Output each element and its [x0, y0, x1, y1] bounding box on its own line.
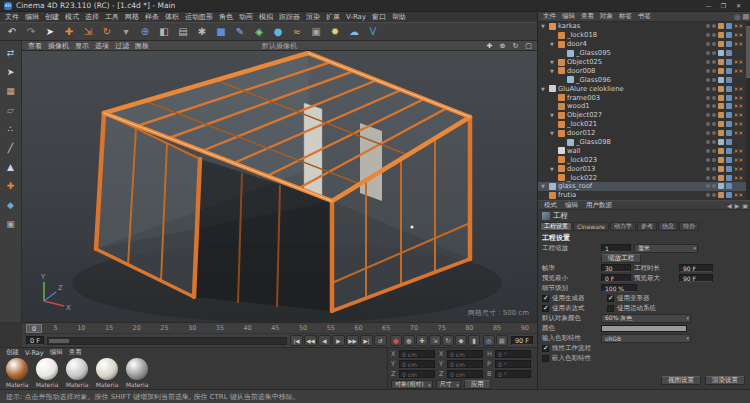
scale-unit-dropdown[interactable]: 厘米 — [634, 244, 698, 253]
editor-visibility-dot[interactable] — [706, 60, 710, 64]
render-visibility-dot[interactable] — [712, 33, 716, 37]
object-name[interactable]: _lock021 — [567, 120, 704, 128]
render-settings-button[interactable]: ✱ — [193, 24, 211, 40]
fps-input[interactable]: 30 — [601, 264, 631, 272]
prev-key-button[interactable]: ◀◀ — [304, 335, 317, 346]
toggle-view-icon[interactable]: ▢ — [523, 41, 534, 50]
material-item[interactable]: Materia — [64, 358, 90, 388]
texture-tag-icon[interactable] — [718, 121, 724, 127]
object-name[interactable]: _lock023 — [567, 156, 704, 164]
enable-axis-button[interactable]: ✚ — [2, 178, 19, 193]
object-name[interactable]: door4 — [567, 40, 704, 48]
render-visibility-dot[interactable] — [712, 42, 716, 46]
attribute-subtab[interactable]: 参考 — [637, 222, 657, 231]
play-button[interactable]: ▶ — [332, 335, 345, 346]
coord-lock-icon[interactable]: ✕✕ — [734, 95, 743, 101]
material-preview-sphere[interactable] — [6, 358, 28, 380]
object-row[interactable]: ▼ Object027 ✕✕ — [538, 111, 750, 120]
record-keyframe-button[interactable]: ● — [390, 335, 402, 346]
editor-visibility-dot[interactable] — [706, 33, 710, 37]
redo-button[interactable]: ↷ — [22, 24, 40, 40]
maximize-button[interactable]: ❐ — [716, 1, 731, 11]
rotate-tool[interactable]: ↻ — [98, 24, 116, 40]
coord-lock-icon[interactable]: ✕✕ — [734, 41, 743, 47]
am-tab[interactable]: 模式 — [540, 201, 561, 210]
move-tool[interactable]: ✚ — [60, 24, 78, 40]
object-name[interactable]: _Glass098 — [576, 138, 704, 146]
viewport-menu-item[interactable]: 过滤 — [112, 41, 132, 51]
simulate-menu-button[interactable]: ≈ — [288, 24, 306, 40]
editor-visibility-dot[interactable] — [706, 176, 710, 180]
menu-item[interactable]: 创建 — [42, 12, 62, 22]
menu-item[interactable]: 角色 — [216, 12, 236, 22]
editor-visibility-dot[interactable] — [706, 96, 710, 100]
phong-tag-icon[interactable] — [726, 41, 732, 47]
material-item[interactable]: Materia — [34, 358, 60, 388]
coord-lock-icon[interactable]: ✕✕ — [734, 103, 743, 109]
object-name[interactable]: Object027 — [567, 111, 704, 119]
attribute-subtab[interactable]: 待办 — [679, 222, 699, 231]
object-row[interactable]: ▼ door008 ✕✕ — [538, 66, 750, 75]
texture-tag-icon[interactable] — [718, 130, 724, 136]
autokey-toggle-button[interactable]: ● — [403, 335, 415, 346]
vray-button[interactable]: V — [364, 24, 382, 40]
menu-item[interactable]: 窗口 — [369, 12, 389, 22]
object-row[interactable]: ▼ _Glass095 ✕✕ — [538, 49, 750, 58]
phong-tag-icon[interactable] — [726, 175, 732, 181]
phong-tag-icon[interactable] — [726, 166, 732, 172]
next-key-button[interactable]: ▶| — [360, 335, 373, 346]
menu-item[interactable]: 样条 — [142, 12, 162, 22]
texture-tag-icon[interactable] — [718, 77, 724, 83]
expand-caret-icon[interactable]: ▼ — [550, 130, 556, 136]
material-preview-sphere[interactable] — [36, 358, 58, 380]
editor-visibility-dot[interactable] — [706, 193, 710, 197]
pos-z-field[interactable]: 0 cm — [399, 370, 435, 378]
add-light-button[interactable]: ✹ — [326, 24, 344, 40]
om-menu-item[interactable]: 文件 — [540, 12, 559, 21]
viewport-menu-item[interactable]: 面板 — [132, 41, 152, 51]
object-row[interactable]: ▼ door013 ✕✕ — [538, 164, 750, 173]
record-parameter-toggle[interactable]: ◆ — [455, 335, 467, 346]
coord-lock-icon[interactable]: ✕✕ — [734, 68, 743, 74]
om-search-icon[interactable]: ◎ — [734, 13, 740, 21]
expand-caret-icon[interactable]: ▼ — [541, 183, 547, 189]
phong-tag-icon[interactable] — [726, 95, 732, 101]
lock-workplane-button[interactable]: ▣ — [2, 216, 19, 231]
texture-tag-icon[interactable] — [718, 139, 724, 145]
embed-profile-checkbox[interactable] — [542, 355, 549, 362]
menu-item[interactable]: 扩展 — [323, 12, 343, 22]
object-name[interactable]: glass_roof — [558, 182, 704, 190]
render-picture-viewer-button[interactable]: ▤ — [174, 24, 192, 40]
scale-input[interactable]: 1 — [601, 244, 631, 252]
live-selection-tool[interactable]: ➤ — [41, 24, 59, 40]
texture-tag-icon[interactable] — [718, 175, 724, 181]
expand-caret-icon[interactable]: ▼ — [550, 68, 556, 74]
phong-tag-icon[interactable] — [726, 192, 732, 198]
object-row[interactable]: ▼ _Glass098 ✕✕ — [538, 138, 750, 147]
om-menu-item[interactable]: 标签 — [616, 12, 635, 21]
menu-item[interactable]: 模式 — [62, 12, 82, 22]
object-row[interactable]: ▼ wall ✕✕ — [538, 146, 750, 155]
menu-item[interactable]: 选择 — [82, 12, 102, 22]
default-color-dropdown[interactable]: 60% 灰色 — [601, 314, 691, 323]
attribute-subtab[interactable]: 信息 — [658, 222, 678, 231]
am-history-icon[interactable]: ▣ — [742, 202, 748, 209]
editor-visibility-dot[interactable] — [706, 104, 710, 108]
editor-visibility-dot[interactable] — [706, 113, 710, 117]
texture-tag-icon[interactable] — [718, 23, 724, 29]
render-visibility-dot[interactable] — [712, 158, 716, 162]
coord-lock-icon[interactable]: ✕✕ — [734, 121, 743, 127]
lod-input[interactable]: 100 % — [601, 284, 637, 292]
object-name[interactable]: _Glass096 — [576, 76, 704, 84]
edges-mode-button[interactable]: ╱ — [2, 140, 19, 155]
coordinate-system-toggle[interactable]: ⊕ — [136, 24, 154, 40]
attribute-subtab[interactable]: 动力学 — [610, 222, 636, 231]
object-row[interactable]: ▼ Object025 ✕✕ — [538, 58, 750, 67]
menu-item[interactable]: 文件 — [2, 12, 22, 22]
texture-tag-icon[interactable] — [718, 95, 724, 101]
coord-lock-icon[interactable]: ✕✕ — [734, 23, 743, 29]
phong-tag-icon[interactable] — [726, 157, 732, 163]
expand-caret-icon[interactable]: ▼ — [541, 86, 547, 92]
texture-tag-icon[interactable] — [718, 166, 724, 172]
editor-visibility-dot[interactable] — [706, 24, 710, 28]
